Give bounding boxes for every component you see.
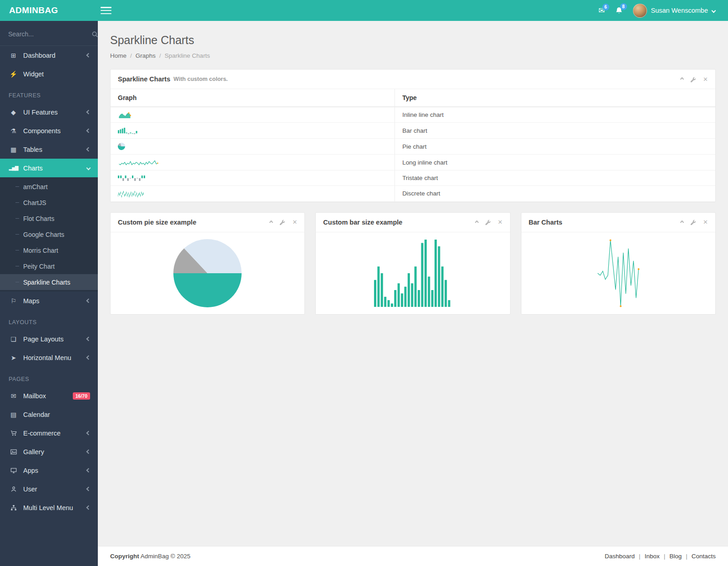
notification-count-badge: 8 bbox=[620, 3, 627, 10]
panel-header: Sparkline Charts With custom colors. ✕ bbox=[111, 70, 715, 89]
page-content: Sparkline Charts HomeGraphsSparkline Cha… bbox=[98, 21, 728, 546]
sidebar-subitem-amchart[interactable]: amChart bbox=[0, 179, 98, 195]
chevron-up-icon bbox=[269, 220, 273, 224]
sidebar-item-label: UI Features bbox=[23, 109, 87, 116]
sidebar-item-label: User bbox=[23, 486, 87, 493]
notifications-button[interactable]: 8 bbox=[615, 6, 623, 15]
chevron-left-icon bbox=[86, 450, 91, 454]
sidebar-item-mailbox[interactable]: ✉ Mailbox 16/70 bbox=[0, 386, 98, 405]
sidebar-subitem-sparkline-charts[interactable]: Sparkline Charts bbox=[0, 274, 98, 290]
search-input[interactable] bbox=[7, 30, 91, 38]
chevron-down-icon bbox=[712, 8, 716, 13]
hamburger-menu-icon[interactable] bbox=[101, 7, 111, 14]
sidebar-item-page-layouts[interactable]: ❏ Page Layouts bbox=[0, 330, 98, 348]
column-header-graph: Graph bbox=[111, 89, 395, 107]
close-button[interactable]: ✕ bbox=[498, 219, 503, 225]
close-icon: ✕ bbox=[703, 76, 708, 83]
close-button[interactable]: ✕ bbox=[292, 219, 297, 225]
row-type-label: Inline line chart bbox=[395, 107, 715, 123]
settings-button[interactable] bbox=[279, 219, 285, 225]
collapse-button[interactable] bbox=[681, 221, 683, 224]
sidebar-search bbox=[0, 21, 98, 46]
paper-plane-icon: ➤ bbox=[9, 354, 18, 361]
collapse-button[interactable] bbox=[681, 78, 683, 80]
chevron-left-icon bbox=[86, 53, 91, 58]
row-type-label: Long inline chart bbox=[395, 155, 715, 170]
settings-button[interactable] bbox=[690, 75, 696, 82]
close-button[interactable]: ✕ bbox=[703, 219, 708, 225]
footer-link-contacts[interactable]: Contacts bbox=[682, 553, 716, 560]
column-header-type: Type bbox=[395, 89, 715, 107]
close-icon: ✕ bbox=[498, 219, 503, 225]
table-row: Pie chart bbox=[111, 138, 715, 154]
mail-button[interactable]: ✉ 6 bbox=[598, 7, 605, 15]
card-title: Custom pie size example bbox=[118, 219, 196, 226]
sidebar-item-label: Widget bbox=[23, 70, 90, 78]
bar-chart bbox=[374, 240, 451, 307]
sidebar-item-calendar[interactable]: ▤ Calendar bbox=[0, 405, 98, 424]
chevron-left-icon bbox=[86, 487, 91, 491]
sidebar-item-user[interactable]: User bbox=[0, 480, 98, 498]
close-button[interactable]: ✕ bbox=[703, 76, 708, 83]
sidebar-subitem-chartjs[interactable]: ChartJS bbox=[0, 195, 98, 210]
sidebar-item-label: Horizontal Menu bbox=[23, 354, 87, 361]
breadcrumb-graphs[interactable]: Graphs bbox=[136, 52, 165, 59]
sidebar-subitem-flot-charts[interactable]: Flot Charts bbox=[0, 210, 98, 226]
sidebar-item-multi-level-menu[interactable]: Multi Level Menu bbox=[0, 498, 98, 517]
row-type-label: Pie chart bbox=[395, 138, 715, 154]
footer-link-blog[interactable]: Blog bbox=[660, 553, 682, 560]
map-icon: ⚐ bbox=[9, 297, 18, 305]
wrench-icon bbox=[279, 219, 285, 225]
card-body bbox=[316, 232, 510, 314]
panel-title: Sparkline Charts bbox=[118, 75, 170, 83]
settings-button[interactable] bbox=[690, 219, 696, 225]
user-name: Susan Wenscombe bbox=[651, 7, 708, 14]
sidebar-item-tables[interactable]: ▦ Tables bbox=[0, 140, 98, 159]
chevron-left-icon bbox=[86, 337, 91, 341]
chevron-up-icon bbox=[475, 220, 479, 224]
collapse-button[interactable] bbox=[475, 221, 478, 224]
sidebar-item-apps[interactable]: Apps bbox=[0, 461, 98, 480]
sidebar-item-horizontal-menu[interactable]: ➤ Horizontal Menu bbox=[0, 348, 98, 367]
settings-button[interactable] bbox=[485, 219, 491, 225]
brand-logo[interactable]: ADMINBAG bbox=[0, 5, 98, 15]
sidebar-subitem-morris-chart[interactable]: Morris Chart bbox=[0, 242, 98, 258]
sidebar-subitem-peity-chart[interactable]: Peity Chart bbox=[0, 258, 98, 274]
close-icon: ✕ bbox=[703, 219, 708, 225]
footer-link-dashboard[interactable]: Dashboard bbox=[605, 553, 635, 560]
row-type-label: Discrete chart bbox=[395, 186, 715, 201]
footer-link-inbox[interactable]: Inbox bbox=[635, 553, 660, 560]
charts-submenu: amChart ChartJS Flot Charts Google Chart… bbox=[0, 177, 98, 291]
table-row: Bar chart bbox=[111, 123, 715, 138]
sidebar-item-label: Gallery bbox=[23, 448, 87, 456]
user-menu[interactable]: Susan Wenscombe bbox=[633, 4, 715, 18]
sidebar-item-components[interactable]: ⚗ Components bbox=[0, 121, 98, 140]
pie-sparkline bbox=[118, 143, 125, 150]
image-icon bbox=[9, 449, 18, 455]
mail-count-badge: 6 bbox=[602, 4, 609, 10]
breadcrumb-home[interactable]: Home bbox=[110, 52, 136, 59]
chevron-left-icon bbox=[86, 356, 91, 360]
sidebar-item-charts[interactable]: ▂▅▇ Charts bbox=[0, 159, 98, 177]
sidebar-item-label: Tables bbox=[23, 146, 87, 153]
sidebar-item-gallery[interactable]: Gallery bbox=[0, 442, 98, 461]
avatar[interactable] bbox=[633, 4, 647, 18]
collapse-button[interactable] bbox=[270, 221, 273, 224]
card-header: Custom bar size example ✕ bbox=[316, 213, 510, 232]
sidebar-item-widget[interactable]: ⚡ Widget bbox=[0, 65, 98, 83]
sidebar-subitem-google-charts[interactable]: Google Charts bbox=[0, 226, 98, 242]
sidebar-item-ecommerce[interactable]: E-commerce bbox=[0, 424, 98, 442]
shopping-cart-icon bbox=[9, 430, 18, 436]
search-icon[interactable] bbox=[91, 31, 98, 38]
card-title: Custom bar size example bbox=[323, 219, 402, 226]
discrete-sparkline bbox=[118, 191, 144, 197]
pie-chart bbox=[173, 239, 242, 307]
sidebar-item-maps[interactable]: ⚐ Maps bbox=[0, 291, 98, 310]
page-title: Sparkline Charts bbox=[110, 34, 716, 47]
row-type-label: Bar chart bbox=[395, 123, 715, 138]
sidebar-item-label: Maps bbox=[23, 297, 87, 305]
sidebar-item-dashboard[interactable]: ⊞ Dashboard bbox=[0, 46, 98, 65]
envelope-icon: ✉ bbox=[9, 392, 18, 400]
sidebar-item-ui-features[interactable]: ◆ UI Features bbox=[0, 103, 98, 121]
breadcrumb: HomeGraphsSparkline Charts bbox=[110, 52, 716, 59]
